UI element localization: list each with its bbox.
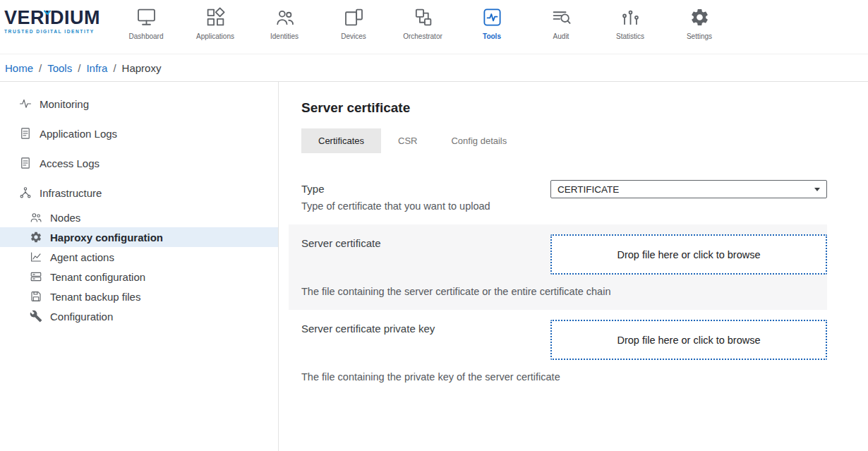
type-field-label: Type (301, 180, 490, 195)
nav-label: Statistics (616, 32, 644, 40)
audit-icon (551, 7, 572, 28)
nav-label: Devices (341, 32, 366, 40)
logo-tagline: TRUSTED DIGITAL IDENTITY (4, 29, 111, 34)
sidebar-item-agent-actions[interactable]: Agent actions (0, 247, 278, 267)
private-key-help: The file containing the private key of t… (301, 371, 827, 383)
orchestrator-icon (413, 7, 433, 28)
sidebar-item-label: Infrastructure (40, 187, 102, 199)
sidebar-item-tenant-backup-files[interactable]: Tenant backup files (0, 287, 278, 306)
sidebar-item-label: Application Logs (40, 128, 117, 140)
nav-label: Orchestrator (403, 32, 442, 40)
nodes-people-icon (30, 211, 42, 224)
settings-gear-icon (689, 7, 710, 28)
server-certificate-field-row: Server certificate Drop file here or cli… (289, 224, 827, 310)
sidebar-item-label: Haproxy configuration (50, 231, 163, 243)
tab-bar: Certificates CSR Config details (301, 128, 827, 153)
certificate-type-selected-value: CERTIFICATE (557, 184, 619, 195)
breadcrumb-tools[interactable]: Tools (47, 62, 72, 74)
server-certificate-help: The file containing the server certifica… (301, 286, 827, 297)
save-icon (30, 290, 42, 303)
sidebar: Monitoring Application Logs Access Logs … (0, 82, 279, 451)
infrastructure-icon (19, 186, 32, 199)
nav-item-statistics[interactable]: Statistics (596, 0, 665, 40)
nav-item-dashboard[interactable]: Dashboard (111, 0, 181, 40)
veridium-logo[interactable]: VERIDIUM TRUSTED DIGITAL IDENTITY (0, 0, 111, 34)
sidebar-item-label: Monitoring (40, 98, 89, 110)
private-key-field-row: Server certificate private key Drop file… (289, 310, 827, 395)
content-area: Monitoring Application Logs Access Logs … (0, 82, 868, 451)
tab-config-details[interactable]: Config details (434, 128, 524, 153)
tab-csr[interactable]: CSR (381, 128, 434, 153)
private-key-dropzone[interactable]: Drop file here or click to browse (550, 320, 827, 360)
nav-label: Audit (553, 32, 569, 40)
sidebar-item-label: Tenant configuration (50, 271, 145, 283)
certificate-type-select[interactable]: CERTIFICATE (550, 180, 827, 198)
nav-item-tools[interactable]: Tools (457, 0, 526, 40)
nav-label: Dashboard (129, 32, 164, 40)
sidebar-item-nodes[interactable]: Nodes (0, 208, 278, 227)
document-icon (19, 157, 32, 169)
breadcrumb-separator: / (39, 62, 42, 74)
sidebar-item-application-logs[interactable]: Application Logs (0, 119, 278, 148)
sidebar-item-access-logs[interactable]: Access Logs (0, 148, 278, 178)
identities-icon (275, 7, 295, 28)
devices-icon (344, 7, 364, 28)
statistics-icon (620, 7, 641, 28)
dropzone-text: Drop file here or click to browse (617, 335, 760, 346)
nav-label: Identities (270, 32, 299, 40)
breadcrumb: Home / Tools / Infra / Haproxy (0, 54, 868, 82)
breadcrumb-separator: / (78, 62, 80, 74)
main-panel: Server certificate Certificates CSR Conf… (279, 82, 868, 451)
top-nav-items: Dashboard Applications Identities Device… (111, 0, 734, 40)
breadcrumb-separator: / (113, 62, 116, 74)
gear-icon (30, 231, 42, 243)
nav-item-applications[interactable]: Applications (181, 0, 250, 40)
nav-item-identities[interactable]: Identities (250, 0, 319, 40)
tools-icon (482, 7, 502, 28)
logo-text: VERIDIUM (4, 8, 111, 28)
applications-icon (205, 7, 226, 28)
breadcrumb-home[interactable]: Home (5, 62, 33, 74)
monitoring-pulse-icon (19, 97, 32, 110)
type-field-row: Type Type of certificate that you want t… (289, 170, 827, 224)
nav-item-audit[interactable]: Audit (526, 0, 596, 40)
server-certificate-label: Server certificate (301, 234, 381, 249)
sidebar-item-label: Agent actions (50, 251, 114, 263)
sidebar-item-haproxy-configuration[interactable]: Haproxy configuration (0, 227, 278, 247)
nav-item-settings[interactable]: Settings (665, 0, 734, 40)
chevron-down-icon (814, 188, 820, 191)
nav-item-devices[interactable]: Devices (319, 0, 388, 40)
nav-item-orchestrator[interactable]: Orchestrator (388, 0, 457, 40)
breadcrumb-current-haproxy: Haproxy (122, 62, 162, 74)
dropzone-text: Drop file here or click to browse (617, 249, 760, 260)
type-field-help: Type of certificate that you want to upl… (301, 200, 490, 212)
nav-label: Tools (483, 32, 501, 40)
private-key-label: Server certificate private key (301, 320, 435, 335)
top-navigation: VERIDIUM TRUSTED DIGITAL IDENTITY Dashbo… (0, 0, 868, 54)
logo-check-accent-icon (43, 6, 52, 18)
server-icon (30, 270, 42, 283)
sidebar-item-configuration[interactable]: Configuration (0, 306, 278, 326)
server-certificate-dropzone[interactable]: Drop file here or click to browse (550, 234, 827, 275)
nav-label: Applications (196, 32, 234, 40)
wrench-icon (30, 310, 42, 323)
nav-label: Settings (687, 32, 712, 40)
dashboard-icon (136, 7, 157, 28)
page-title: Server certificate (301, 100, 827, 116)
sidebar-item-infrastructure[interactable]: Infrastructure (0, 178, 278, 208)
sidebar-item-label: Tenant backup files (50, 291, 140, 303)
sidebar-item-label: Nodes (50, 212, 80, 224)
document-icon (19, 127, 32, 140)
tab-certificates[interactable]: Certificates (301, 128, 381, 153)
sidebar-item-label: Configuration (50, 311, 113, 323)
sidebar-item-tenant-configuration[interactable]: Tenant configuration (0, 267, 278, 287)
breadcrumb-infra[interactable]: Infra (86, 62, 107, 74)
line-chart-icon (30, 251, 42, 263)
sidebar-item-monitoring[interactable]: Monitoring (0, 89, 278, 119)
sidebar-item-label: Access Logs (40, 157, 100, 169)
